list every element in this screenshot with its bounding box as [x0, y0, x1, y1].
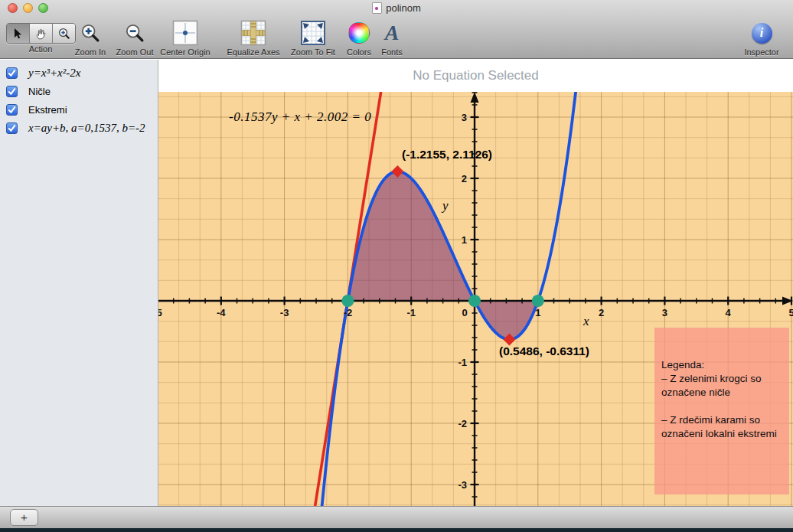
window-title: polinom [386, 2, 421, 14]
svg-text:0: 0 [462, 307, 467, 318]
svg-text:3: 3 [462, 112, 467, 123]
checkmark-icon [7, 68, 17, 78]
document-icon [372, 2, 382, 14]
colors-button[interactable]: Colors [339, 19, 379, 57]
checkmark-icon [7, 86, 17, 96]
hand-tool-button[interactable] [30, 24, 53, 43]
equalize-axes-button[interactable]: Equalize Axes [222, 19, 285, 57]
equation-row-zeros[interactable]: Ničle [0, 82, 158, 100]
equation-row-extrema[interactable]: Ekstremi [0, 100, 158, 119]
zoom-out-button[interactable]: Zoom Out [110, 19, 159, 57]
equation-header: No Equation Selected [158, 60, 793, 92]
svg-text:-2: -2 [344, 307, 353, 318]
svg-text:1: 1 [462, 234, 467, 246]
equalize-axes-icon [240, 19, 266, 47]
zoom-in-icon [80, 19, 101, 47]
color-wheel-icon [348, 19, 370, 47]
svg-text:-4: -4 [217, 307, 226, 318]
svg-text:-1: -1 [406, 307, 416, 318]
bottom-bar: + [0, 506, 793, 528]
colors-label: Colors [347, 47, 371, 57]
equation-row-fitted-line[interactable]: x=ay+b, a=0,1537, b=-2 [0, 119, 158, 137]
add-equation-button[interactable]: + [10, 509, 38, 526]
equation-label: x=ay+b, a=0,1537, b=-2 [28, 122, 145, 135]
checkmark-icon [7, 123, 17, 133]
fonts-label: Fonts [381, 47, 403, 57]
center-origin-icon [172, 19, 198, 47]
svg-text:-3: -3 [458, 479, 467, 491]
zoom-out-icon [125, 19, 145, 47]
graph-canvas[interactable]: -5-4-3-2-1012345-3-2-1123 -0.1537y + x +… [158, 92, 793, 506]
equation-label: y=x³+x²-2x [28, 67, 80, 80]
fonts-button[interactable]: A Fonts [374, 19, 410, 57]
zoom-out-label: Zoom Out [116, 47, 154, 57]
checkbox-checked[interactable] [6, 104, 18, 116]
inspector-button[interactable]: i Inspector [736, 19, 787, 57]
svg-text:5: 5 [788, 307, 793, 318]
zoom-in-label: Zoom In [75, 47, 106, 57]
grapher-window: polinom [0, 0, 793, 528]
checkmark-icon [7, 105, 17, 115]
zoom-to-fit-button[interactable]: Zoom To Fit [284, 19, 342, 57]
fonts-icon: A [385, 19, 400, 47]
equation-row-function[interactable]: y=x³+x²-2x [0, 64, 158, 82]
zoom-in-button[interactable]: Zoom In [67, 19, 114, 57]
action-tool-group: Action [5, 19, 77, 54]
equation-list: y=x³+x²-2x Ničle Ekstremi [0, 60, 158, 506]
no-equation-text: No Equation Selected [413, 68, 538, 83]
center-origin-label: Center Origin [160, 47, 210, 57]
toolbar: Action Zoom In [0, 17, 793, 59]
svg-text:4: 4 [726, 307, 732, 318]
svg-text:-3: -3 [280, 307, 289, 318]
action-label: Action [29, 44, 53, 54]
svg-text:-2: -2 [458, 418, 467, 429]
zoom-to-fit-icon [300, 19, 326, 47]
action-segmented-control [6, 23, 76, 44]
svg-text:2: 2 [462, 173, 467, 184]
arrow-tool-button[interactable] [7, 24, 30, 43]
screen: polinom [0, 0, 793, 532]
zoom-to-fit-label: Zoom To Fit [291, 47, 335, 57]
center-origin-button[interactable]: Center Origin [155, 19, 215, 57]
equation-label: Ničle [28, 86, 51, 97]
svg-text:2: 2 [599, 307, 604, 318]
svg-text:3: 3 [662, 307, 667, 318]
inspector-label: Inspector [744, 47, 778, 57]
window-chrome: polinom [0, 0, 793, 59]
plot-svg[interactable]: -5-4-3-2-1012345-3-2-1123 [158, 92, 793, 506]
checkbox-checked[interactable] [6, 67, 18, 79]
titlebar[interactable]: polinom [0, 2, 793, 14]
checkbox-checked[interactable] [6, 122, 18, 134]
equalize-axes-label: Equalize Axes [227, 47, 279, 57]
svg-text:-1: -1 [458, 357, 467, 368]
checkbox-checked[interactable] [6, 86, 18, 97]
hand-icon [34, 28, 47, 40]
svg-text:1: 1 [535, 307, 540, 318]
equation-label: Ekstremi [28, 104, 67, 116]
cursor-arrow-icon [11, 28, 24, 40]
svg-text:-5: -5 [158, 307, 162, 318]
desktop-background [0, 528, 793, 532]
inspector-icon: i [752, 19, 772, 47]
